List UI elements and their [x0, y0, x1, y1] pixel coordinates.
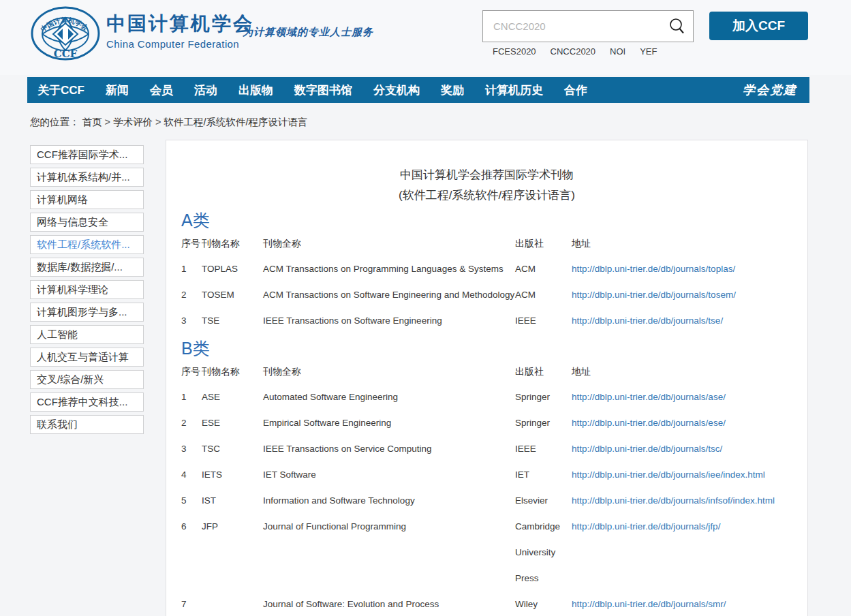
- journal-url-cell: http://dblp.uni-trier.de/db/journals/smr…: [572, 591, 792, 616]
- nav-item-7[interactable]: 奖励: [441, 82, 464, 98]
- breadcrumb-item-1[interactable]: 学术评价: [113, 117, 153, 127]
- quick-link-noi[interactable]: NOI: [610, 46, 625, 57]
- journal-url[interactable]: http://dblp.uni-trier.de/db/journals/iee…: [572, 469, 765, 480]
- nav-item-4[interactable]: 出版物: [238, 82, 273, 98]
- sidebar-item-12[interactable]: 联系我们: [30, 415, 144, 434]
- journal-url[interactable]: http://dblp.uni-trier.de/db/journals/ase…: [572, 392, 726, 402]
- column-header: 出版社: [515, 230, 572, 256]
- header: 中国计算机学会 CCF 中国计算机学会 China Computer Feder…: [0, 0, 851, 75]
- quick-link-fces2020[interactable]: FCES2020: [493, 46, 536, 57]
- page-title-line1: 中国计算机学会推荐国际学术刊物: [181, 165, 792, 185]
- sidebar-item-2[interactable]: 计算机网络: [30, 190, 144, 209]
- column-header: 序号: [181, 358, 202, 384]
- table-row: 6JFPJournal of Functional ProgrammingCam…: [181, 514, 792, 591]
- sidebar-item-11[interactable]: CCF推荐中文科技...: [30, 392, 144, 412]
- nav-item-3[interactable]: 活动: [194, 82, 217, 98]
- nav-item-0[interactable]: 关于CCF: [37, 82, 84, 98]
- row-no: 3: [181, 308, 202, 334]
- section-heading-0: A类: [181, 210, 792, 230]
- nav-item-8[interactable]: 计算机历史: [485, 82, 543, 98]
- nav-item-9[interactable]: 合作: [564, 82, 587, 98]
- publisher: Wiley: [515, 591, 572, 616]
- sidebar-item-6[interactable]: 计算机科学理论: [30, 280, 144, 299]
- sidebar-item-5[interactable]: 数据库/数据挖掘/...: [30, 258, 144, 277]
- journal-abbr: TSC: [202, 436, 263, 462]
- quick-link-cncc2020[interactable]: CNCC2020: [551, 46, 595, 57]
- journal-full-name: Journal of Functional Programming: [263, 514, 515, 591]
- publisher: Elsevier: [515, 488, 572, 514]
- nav-item-6[interactable]: 分支机构: [373, 82, 420, 98]
- sidebar-item-9[interactable]: 人机交互与普适计算: [30, 348, 144, 367]
- breadcrumb-item-2: 软件工程/系统软件/程序设计语言: [164, 117, 307, 127]
- journal-full-name: IEEE Transactions on Software Engineerin…: [263, 308, 515, 334]
- journal-abbr: JFP: [202, 514, 263, 591]
- journal-url-cell: http://dblp.uni-trier.de/db/journals/jfp…: [572, 514, 792, 591]
- journal-url[interactable]: http://dblp.uni-trier.de/db/journals/smr…: [572, 599, 726, 609]
- sidebar-item-3[interactable]: 网络与信息安全: [30, 213, 144, 232]
- nav-item-1[interactable]: 新闻: [106, 82, 129, 98]
- quick-links: FCES2020CNCC2020NOIYEF: [493, 46, 657, 57]
- publisher: ACM: [515, 256, 572, 282]
- journal-abbr: TOSEM: [202, 282, 263, 308]
- journal-full-name: Information and Software Technology: [263, 488, 515, 514]
- sidebar-item-8[interactable]: 人工智能: [30, 325, 144, 344]
- journal-abbr: IETS: [202, 462, 263, 488]
- search-input[interactable]: [483, 20, 667, 32]
- table-row: 2ESEEmpirical Software EngineeringSpring…: [181, 410, 792, 436]
- breadcrumb-label: 您的位置：: [30, 117, 80, 127]
- journal-url-cell: http://dblp.uni-trier.de/db/journals/ese…: [572, 410, 792, 436]
- journal-full-name: ACM Transactions on Programming Language…: [263, 256, 515, 282]
- journal-abbr: [202, 591, 263, 616]
- journal-url[interactable]: http://dblp.uni-trier.de/db/journals/jfp…: [572, 521, 720, 532]
- quick-link-yef[interactable]: YEF: [640, 46, 657, 57]
- sidebar-item-7[interactable]: 计算机图形学与多...: [30, 303, 144, 322]
- table-row: 4IETSIET SoftwareIEThttp://dblp.uni-trie…: [181, 462, 792, 488]
- nav-item-2[interactable]: 会员: [150, 82, 173, 98]
- table-header-row: 序号刊物名称刊物全称出版社地址: [181, 230, 792, 256]
- ccf-logo[interactable]: 中国计算机学会 CCF: [30, 5, 101, 61]
- journal-url[interactable]: http://dblp.uni-trier.de/db/journals/tse…: [572, 315, 723, 326]
- publisher: Springer: [515, 410, 572, 436]
- nav-item-party-building[interactable]: 学会党建: [743, 82, 797, 98]
- journal-url-cell: http://dblp.uni-trier.de/db/journals/top…: [572, 256, 792, 282]
- sidebar-item-0[interactable]: CCF推荐国际学术...: [30, 145, 144, 164]
- publisher: IEEE: [515, 436, 572, 462]
- breadcrumb-separator: >: [153, 117, 164, 127]
- table-row: 2TOSEMACM Transactions on Software Engin…: [181, 282, 792, 308]
- journal-full-name: IET Software: [263, 462, 515, 488]
- table-row: 3TSCIEEE Transactions on Service Computi…: [181, 436, 792, 462]
- sidebar: CCF推荐国际学术...计算机体系结构/并...计算机网络网络与信息安全软件工程…: [30, 145, 144, 437]
- table-row: 1ASEAutomated Software EngineeringSpring…: [181, 384, 792, 410]
- journal-url-cell: http://dblp.uni-trier.de/db/journals/ase…: [572, 384, 792, 410]
- org-name-block: 中国计算机学会 China Computer Federation: [106, 11, 254, 50]
- row-no: 6: [181, 514, 202, 591]
- publisher: IEEE: [515, 308, 572, 334]
- column-header: 刊物名称: [202, 358, 263, 384]
- join-ccf-button[interactable]: 加入CCF: [709, 12, 808, 40]
- content-panel: 中国计算机学会推荐国际学术刊物 (软件工程/系统软件/程序设计语言) A类序号刊…: [166, 140, 808, 616]
- publisher: IET: [515, 462, 572, 488]
- journal-full-name: Automated Software Engineering: [263, 384, 515, 410]
- sidebar-item-10[interactable]: 交叉/综合/新兴: [30, 370, 144, 389]
- journal-url[interactable]: http://dblp.uni-trier.de/db/journals/top…: [572, 264, 735, 274]
- sidebar-item-4[interactable]: 软件工程/系统软件...: [30, 235, 144, 254]
- nav-item-5[interactable]: 数字图书馆: [294, 82, 352, 98]
- search-icon[interactable]: [667, 16, 687, 37]
- table-row: 7Journal of Software: Evolution and Proc…: [181, 591, 792, 616]
- table-row: 1TOPLASACM Transactions on Programming L…: [181, 256, 792, 282]
- journal-abbr: ESE: [202, 410, 263, 436]
- journal-url[interactable]: http://dblp.uni-trier.de/db/journals/tos…: [572, 290, 736, 300]
- journal-url[interactable]: http://dblp.uni-trier.de/db/journals/inf…: [572, 495, 775, 506]
- journal-url[interactable]: http://dblp.uni-trier.de/db/journals/ese…: [572, 418, 726, 428]
- breadcrumb-item-0[interactable]: 首页: [82, 117, 102, 127]
- column-header: 地址: [572, 230, 792, 256]
- row-no: 7: [181, 591, 202, 616]
- publisher: Springer: [515, 384, 572, 410]
- page-title-line2: (软件工程/系统软件/程序设计语言): [181, 185, 792, 206]
- sidebar-item-1[interactable]: 计算机体系结构/并...: [30, 168, 144, 187]
- journal-url-cell: http://dblp.uni-trier.de/db/journals/tse…: [572, 308, 792, 334]
- column-header: 出版社: [515, 358, 572, 384]
- org-name-en: China Computer Federation: [106, 38, 254, 50]
- row-no: 5: [181, 488, 202, 514]
- journal-url[interactable]: http://dblp.uni-trier.de/db/journals/tsc…: [572, 444, 722, 454]
